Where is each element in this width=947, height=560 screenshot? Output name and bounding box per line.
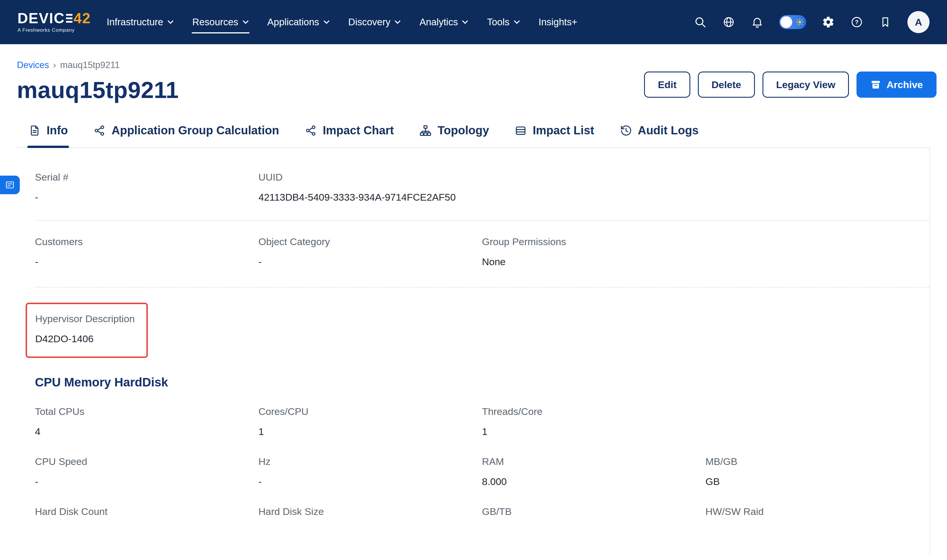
field-label: Cores/CPU bbox=[258, 406, 482, 417]
edit-button-label: Edit bbox=[658, 79, 676, 91]
tab-label: Info bbox=[46, 124, 68, 137]
theme-toggle[interactable] bbox=[779, 15, 806, 29]
field-value: - bbox=[35, 189, 258, 205]
nav-item-insights[interactable]: Insights+ bbox=[538, 1, 578, 43]
tab-label: Application Group Calculation bbox=[111, 124, 279, 137]
tab-label: Audit Logs bbox=[638, 124, 699, 137]
form-list-icon bbox=[5, 180, 15, 190]
logo-wordmark: DEVIC42 bbox=[17, 11, 91, 26]
document-icon bbox=[29, 125, 41, 137]
field-label: Threads/Core bbox=[482, 406, 705, 417]
details-row: CPU Speed - Hz - RAM 8.000 MB/GB GB bbox=[35, 439, 930, 489]
svg-text:?: ? bbox=[855, 19, 859, 25]
logo-text-right: 42 bbox=[74, 11, 91, 26]
delete-button[interactable]: Delete bbox=[698, 72, 755, 98]
section-title-cpu-memory-harddisk: CPU Memory HardDisk bbox=[35, 375, 930, 389]
field-value: 1 bbox=[258, 424, 482, 439]
field-value: - bbox=[35, 254, 258, 269]
tab-bar: Info Application Group Calculation Impac… bbox=[17, 119, 930, 148]
nav-item-infrastructure[interactable]: Infrastructure bbox=[106, 1, 174, 43]
breadcrumb-devices-link[interactable]: Devices bbox=[17, 60, 49, 70]
field-label: Total CPUs bbox=[35, 406, 258, 417]
field-value: - bbox=[35, 474, 258, 489]
action-buttons: Edit Delete Legacy View Archive bbox=[644, 72, 936, 98]
field-customers: Customers - bbox=[35, 236, 258, 269]
field-object-category: Object Category - bbox=[258, 236, 482, 269]
field-label: CPU Speed bbox=[35, 455, 258, 467]
device-details-panel: Serial # - UUID 42113DB4-5409-3333-934A-… bbox=[17, 148, 930, 555]
nav-item-analytics[interactable]: Analytics bbox=[419, 1, 469, 43]
field-value: 4 bbox=[35, 424, 258, 439]
field-total-cpus: Total CPUs 4 bbox=[35, 406, 258, 439]
archive-button[interactable]: Archive bbox=[856, 72, 936, 98]
history-icon bbox=[620, 125, 632, 137]
field-value: GB bbox=[705, 474, 929, 489]
field-hw-sw-raid: HW/SW Raid bbox=[705, 506, 929, 524]
tab-label: Impact Chart bbox=[323, 124, 394, 137]
nav-item-label: Infrastructure bbox=[106, 17, 163, 28]
notifications-bell-icon[interactable] bbox=[751, 16, 763, 29]
top-nav-bar: DEVIC42 A Freshworks Company Infrastruct… bbox=[0, 0, 947, 44]
breadcrumb-separator: › bbox=[53, 60, 56, 70]
hypervisor-description-highlight: Hypervisor Description D42DO-1406 bbox=[26, 303, 148, 358]
field-hard-disk-count: Hard Disk Count bbox=[35, 506, 258, 524]
nav-item-label: Insights+ bbox=[539, 17, 577, 28]
nav-item-applications[interactable]: Applications bbox=[267, 1, 330, 43]
logo-tagline: A Freshworks Company bbox=[17, 27, 91, 33]
details-row: Hard Disk Count Hard Disk Size GB/TB HW/… bbox=[35, 489, 930, 524]
field-hz: Hz - bbox=[258, 455, 482, 489]
tab-impact-list[interactable]: Impact List bbox=[514, 119, 595, 148]
tab-info[interactable]: Info bbox=[27, 119, 69, 148]
tab-impact-chart[interactable]: Impact Chart bbox=[304, 119, 395, 148]
field-group-permissions: Group Permissions None bbox=[482, 236, 705, 269]
details-row: Serial # - UUID 42113DB4-5409-3333-934A-… bbox=[35, 171, 930, 221]
field-cpu-speed: CPU Speed - bbox=[35, 455, 258, 489]
search-icon[interactable] bbox=[694, 16, 706, 29]
field-cores-per-cpu: Cores/CPU 1 bbox=[258, 406, 482, 439]
nav-item-label: Resources bbox=[192, 17, 238, 28]
help-icon[interactable]: ? bbox=[850, 16, 863, 29]
chevron-down-icon bbox=[514, 20, 520, 24]
field-label: Serial # bbox=[35, 171, 258, 183]
nav-item-tools[interactable]: Tools bbox=[486, 1, 520, 43]
field-label: Hard Disk Count bbox=[35, 506, 258, 517]
chevron-down-icon bbox=[323, 20, 330, 24]
field-value: 1 bbox=[482, 424, 705, 439]
logo-text-left: DEVIC bbox=[17, 11, 65, 26]
details-row: Total CPUs 4 Cores/CPU 1 Threads/Core 1 bbox=[35, 389, 930, 439]
bookmark-icon[interactable] bbox=[879, 16, 892, 29]
main-nav: Infrastructure Resources Applications Di… bbox=[106, 1, 578, 43]
field-label: Hz bbox=[258, 455, 482, 467]
list-icon bbox=[515, 125, 527, 137]
nav-item-label: Discovery bbox=[349, 17, 390, 28]
chevron-down-icon bbox=[462, 20, 468, 24]
side-panel-toggle-button[interactable] bbox=[0, 175, 20, 194]
nav-item-discovery[interactable]: Discovery bbox=[348, 1, 402, 43]
field-label: Customers bbox=[35, 236, 258, 248]
details-row: Customers - Object Category - Group Perm… bbox=[35, 221, 930, 288]
legacy-view-button[interactable]: Legacy View bbox=[762, 72, 849, 98]
device42-logo[interactable]: DEVIC42 A Freshworks Company bbox=[17, 11, 91, 33]
breadcrumb-current: mauq15tp9211 bbox=[60, 60, 120, 70]
header-actions: ? A bbox=[694, 11, 930, 33]
nav-item-resources[interactable]: Resources bbox=[192, 1, 250, 43]
settings-gear-icon[interactable] bbox=[822, 16, 834, 29]
tab-application-group-calculation[interactable]: Application Group Calculation bbox=[92, 119, 280, 148]
tab-topology[interactable]: Topology bbox=[418, 119, 490, 148]
field-value: - bbox=[258, 254, 482, 269]
archive-icon bbox=[870, 79, 881, 90]
field-label: Hypervisor Description bbox=[35, 313, 135, 325]
chevron-down-icon bbox=[242, 20, 249, 24]
globe-icon[interactable] bbox=[722, 16, 735, 29]
field-mb-gb: MB/GB GB bbox=[705, 455, 929, 489]
user-avatar[interactable]: A bbox=[907, 11, 930, 33]
field-label: GB/TB bbox=[482, 506, 705, 517]
field-label: Group Permissions bbox=[482, 236, 705, 248]
theme-toggle-knob bbox=[780, 16, 792, 28]
field-hard-disk-size: Hard Disk Size bbox=[258, 506, 482, 524]
field-value: - bbox=[258, 474, 482, 489]
edit-button[interactable]: Edit bbox=[644, 72, 690, 98]
field-label: UUID bbox=[258, 171, 482, 183]
tab-audit-logs[interactable]: Audit Logs bbox=[619, 119, 700, 148]
field-label: HW/SW Raid bbox=[705, 506, 929, 517]
